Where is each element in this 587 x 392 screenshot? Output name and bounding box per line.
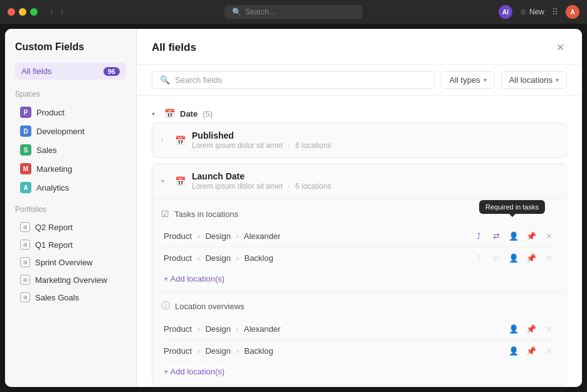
remove-icon-2[interactable]: ✕ — [542, 252, 555, 264]
task-row-1-actions: ⤴ ⇄ 👤 📌 ✕ — [472, 230, 555, 242]
overview-path-1: Product › Design › Alexander — [164, 324, 507, 334]
filter-type-label: All types — [449, 75, 480, 85]
date-group-count: (5) — [203, 109, 213, 119]
tasks-check-icon: ☑ — [161, 209, 169, 219]
q1report-label: Q1 Report — [35, 240, 73, 250]
sprint-overview-icon: ⊞ — [20, 257, 30, 267]
sidebar-item-analytics[interactable]: A Analytics — [15, 179, 126, 196]
launch-date-expand-button[interactable]: ▾ — [161, 177, 169, 184]
sidebar-item-sales[interactable]: S Sales — [15, 141, 126, 159]
date-group-header[interactable]: ▾ 📅 Date (5) — [152, 103, 567, 122]
task-path-1: Product › Design › Alexander — [164, 231, 472, 241]
marketing-overview-icon: ⊞ — [20, 275, 30, 285]
open-icon-1[interactable]: ⤴ — [472, 230, 485, 242]
marketing-space-icon: M — [20, 163, 31, 174]
filter-location-button[interactable]: All locations ▾ — [501, 71, 567, 89]
titlebar-right: AI ☆ New ⠿ A — [499, 5, 579, 19]
tasks-expanded-section: ☑ Tasks in locations Required in tasks P… — [152, 198, 566, 292]
add-overview-location-button[interactable]: + Add location(s) — [161, 362, 227, 379]
marketing-overview-label: Marketing Overview — [35, 275, 107, 285]
sidebar-item-sprint-overview[interactable]: ⊞ Sprint Overview — [15, 254, 126, 270]
search-fields-icon: 🔍 — [160, 75, 170, 85]
pin-icon-1[interactable]: 📌 — [525, 230, 537, 242]
launch-date-field-meta: Lorem ipsum dolor sit amet · 6 locations — [192, 182, 558, 191]
analytics-label: Analytics — [36, 183, 69, 193]
close-dot[interactable] — [8, 8, 15, 16]
overview-row-2-actions: 👤 📌 ✕ — [507, 344, 555, 357]
sidebar-title: Custom Fields — [15, 41, 126, 53]
launch-date-field-info: Launch Date Lorem ipsum dolor sit amet ·… — [192, 171, 558, 191]
ai-badge[interactable]: AI — [499, 5, 512, 19]
overview-section: ⓘ Location overviews Product › Design › … — [152, 292, 566, 385]
overview-pin-icon-2[interactable]: 📌 — [525, 344, 537, 357]
date-group-icon: 📅 — [164, 109, 175, 119]
grid-icon[interactable]: ⠿ — [552, 7, 558, 17]
pin-icon-2[interactable]: 📌 — [525, 252, 537, 264]
q1report-icon: ⊞ — [20, 240, 30, 250]
product-label: Product — [36, 108, 65, 117]
add-overview-text: + Add location(s) — [164, 367, 225, 376]
minimize-dot[interactable] — [19, 8, 26, 16]
task-row-2-actions: ⤴ ⇄ 👤 📌 ✕ — [472, 252, 555, 264]
overview-pin-icon-1[interactable]: 📌 — [525, 322, 537, 335]
link-icon-2[interactable]: ⇄ — [490, 252, 502, 264]
required-in-tasks-tooltip: Required in tasks — [479, 200, 545, 214]
link-icon-1[interactable]: ⇄ — [490, 230, 502, 242]
remove-icon-1[interactable]: ✕ — [542, 230, 555, 242]
main-panel: All fields ✕ 🔍 Search fields All types ▾… — [137, 29, 582, 387]
nav-forward-button[interactable]: › — [58, 6, 66, 18]
user-icon-2[interactable]: 👤 — [507, 252, 520, 264]
marketing-label: Marketing — [36, 164, 72, 174]
sidebar-item-marketing-overview[interactable]: ⊞ Marketing Overview — [15, 272, 126, 288]
maximize-dot[interactable] — [30, 8, 38, 16]
sales-goals-icon: ⊞ — [20, 292, 30, 302]
date-group-label: Date — [180, 109, 198, 119]
user-icon-1[interactable]: 👤 — [507, 230, 520, 242]
search-placeholder-text: Search... — [245, 8, 275, 16]
filter-type-button[interactable]: All types ▾ — [441, 71, 494, 89]
task-path-2: Product › Design › Backlog — [164, 253, 472, 263]
overview-path-2: Product › Design › Backlog — [164, 346, 507, 356]
global-search[interactable]: 🔍 Search... — [225, 5, 362, 19]
chevron-down-icon-2: ▾ — [556, 77, 559, 83]
launch-date-card-header: ▾ 📅 Launch Date Lorem ipsum dolor sit am… — [152, 164, 566, 198]
nav-back-button[interactable]: ‹ — [48, 6, 56, 18]
sidebar-item-development[interactable]: D Development — [15, 122, 126, 140]
sprint-overview-label: Sprint Overview — [35, 258, 93, 267]
open-icon-2[interactable]: ⤴ — [472, 252, 485, 264]
all-fields-item[interactable]: All fields 96 — [15, 63, 126, 80]
search-fields-placeholder: Search fields — [175, 75, 222, 85]
published-field-meta: Lorem ipsum dolor sit amet · 6 locations — [192, 141, 558, 150]
add-task-location-button[interactable]: + Add location(s) — [161, 269, 227, 286]
sidebar-item-q1report[interactable]: ⊞ Q1 Report — [15, 236, 126, 253]
titlebar: ‹ › 🔍 Search... AI ☆ New ⠿ A — [0, 0, 587, 24]
overview-user-icon-2[interactable]: 👤 — [507, 344, 520, 357]
analytics-space-icon: A — [20, 182, 31, 193]
info-icon: ⓘ — [161, 300, 170, 312]
sidebar: Custom Fields All fields 96 Spaces P Pro… — [5, 29, 137, 387]
sales-label: Sales — [36, 146, 57, 155]
overview-row-1-actions: 👤 📌 ✕ — [507, 322, 555, 335]
sidebar-item-sales-goals[interactable]: ⊞ Sales Goals — [15, 289, 126, 305]
published-expand-button[interactable]: › — [161, 137, 169, 144]
main-header: All fields ✕ — [137, 29, 582, 65]
overview-remove-icon-1[interactable]: ✕ — [542, 322, 555, 335]
sidebar-item-marketing[interactable]: M Marketing — [15, 160, 126, 177]
overview-row-1: Product › Design › Alexander 👤 📌 ✕ — [161, 318, 558, 340]
product-space-icon: P — [20, 107, 31, 118]
new-button[interactable]: ☆ New — [520, 8, 544, 16]
published-field-icon: 📅 — [175, 135, 186, 146]
close-button[interactable]: ✕ — [554, 40, 567, 55]
window-controls — [8, 8, 38, 16]
launch-date-field-name: Launch Date — [192, 171, 558, 181]
user-avatar[interactable]: A — [566, 5, 579, 19]
tasks-section-header: ☑ Tasks in locations Required in tasks — [161, 205, 558, 225]
launch-date-field-icon: 📅 — [175, 176, 186, 186]
sidebar-item-product[interactable]: P Product — [15, 103, 126, 121]
sidebar-item-q2report[interactable]: ⊞ Q2 Report — [15, 219, 126, 235]
main-title: All fields — [152, 41, 196, 54]
fields-content: ▾ 📅 Date (5) › 📅 Published Lorem ipsum d… — [137, 96, 582, 387]
overview-user-icon-1[interactable]: 👤 — [507, 322, 520, 335]
search-fields-input[interactable]: 🔍 Search fields — [152, 71, 435, 89]
overview-remove-icon-2[interactable]: ✕ — [542, 344, 555, 357]
